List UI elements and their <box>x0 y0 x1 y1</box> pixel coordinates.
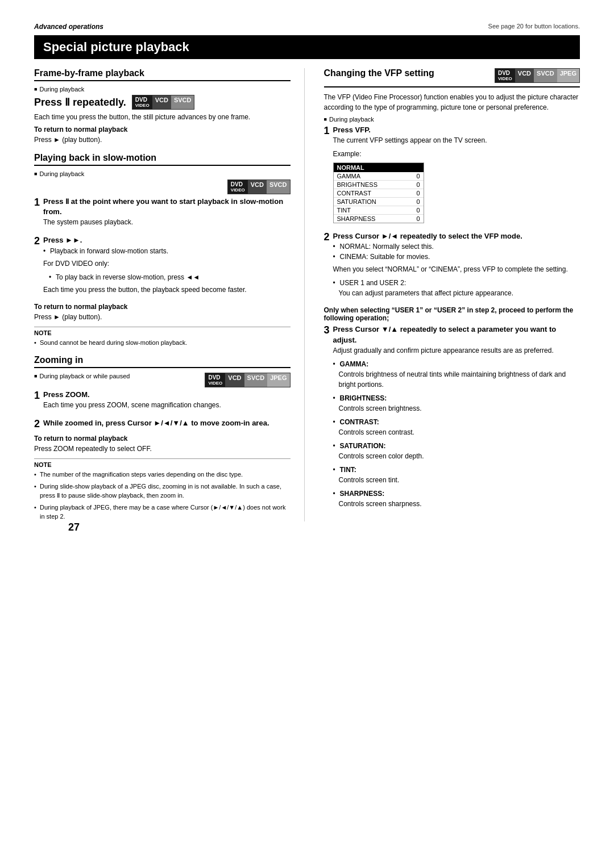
zoom-note-1: The number of the magnification steps va… <box>34 470 291 479</box>
gamma-body: Controls brightness of neutral tints whi… <box>339 369 580 390</box>
vfp-step3-body: Adjust gradually and confirm picture app… <box>333 345 580 356</box>
vfp-table-row: TINT0 <box>334 206 424 215</box>
during-playback-label-2: During playback <box>34 170 291 177</box>
frame-by-frame-title: Frame-by-frame playback <box>34 68 291 81</box>
slow-motion-step2: 2 Press ►►. Playback in forward slow-mot… <box>34 235 291 298</box>
sharpness-label: SHARPNESS: <box>340 490 385 498</box>
vfp-step1-body: The current VFP settings appear on the T… <box>333 135 580 145</box>
zoom-step2-title: While zoomed in, press Cursor ►/◄/▼/▲ to… <box>43 418 290 428</box>
dvd-badge-2: DVDVIDEO <box>228 180 248 194</box>
zooming-section: Zooming in During playback or while paus… <box>34 355 291 521</box>
step2-title: Press ►►. <box>43 235 290 245</box>
dvd-reverse-bullet: To play back in reverse slow-motion, pre… <box>49 272 290 282</box>
zooming-title: Zooming in <box>34 355 291 368</box>
vfp-step3-highlight: Only when selecting “USER 1” or “USER 2”… <box>324 306 580 322</box>
sharpness-item: SHARPNESS: <box>333 489 580 499</box>
brightness-body: Controls screen brightness. <box>339 403 580 414</box>
to-return-text-1: Press ► (play button). <box>34 135 291 145</box>
vfp-section: Changing the VFP setting DVDVIDEO VCD SV… <box>324 68 580 512</box>
step2-content: Press ►►. Playback in forward slow-motio… <box>43 235 290 298</box>
vfp-step3-content: Press Cursor ▼/▲ repeatedly to select a … <box>333 324 580 512</box>
jpeg-badge: JPEG <box>267 373 289 387</box>
contrast-item: CONTRAST: <box>333 417 580 427</box>
vfp-table-row: SHARPNESS0 <box>334 215 424 223</box>
vfp-step2-body: When you select “NORMAL” or “CINEMA”, pr… <box>333 264 580 274</box>
brightness-label: BRIGHTNESS: <box>340 394 387 402</box>
step-num-2: 2 <box>34 235 40 247</box>
slow-motion-step1: 1 Press Ⅱ at the point where you want to… <box>34 197 291 231</box>
vfp-table-header: NORMAL <box>334 163 424 172</box>
saturation-item: SATURATION: <box>333 441 580 451</box>
vfp-vcd-badge: VCD <box>515 69 534 82</box>
to-return-normal-3: To return to normal playback <box>34 435 291 443</box>
sharpness-body: Controls screen sharpness. <box>339 499 580 509</box>
vfp-table-row: BRIGHTNESS0 <box>334 181 424 189</box>
frame-by-frame-section: Frame-by-frame playback During playback … <box>34 68 291 145</box>
vcd-badge-3: VCD <box>225 373 244 387</box>
slow-motion-note: NOTE Sound cannot be heard during slow-m… <box>34 327 291 348</box>
vfp-step1-content: Press VFP. The current VFP settings appe… <box>333 125 580 227</box>
step2-speed-body: Each time you press the button, the play… <box>43 285 290 295</box>
during-playback-label-1: During playback <box>34 86 291 93</box>
vfp-step2-title: Press Cursor ►/◄ repeatedly to select th… <box>333 231 580 241</box>
vfp-step-num-3: 3 <box>324 324 330 336</box>
saturation-label: SATURATION: <box>340 442 386 450</box>
tint-label: TINT: <box>340 466 356 474</box>
vfp-table: NORMAL GAMMA0BRIGHTNESS0CONTRAST0SATURAT… <box>333 162 424 223</box>
zoom-note-2: During slide-show playback of a JPEG dis… <box>34 482 291 500</box>
right-column: Changing the VFP setting DVDVIDEO VCD SV… <box>322 68 580 521</box>
page-location-note: See page 20 for button locations. <box>488 23 580 30</box>
zoom-note: NOTE The number of the magnification ste… <box>34 458 291 521</box>
vfp-title: Changing the VFP setting <box>324 68 434 78</box>
vfp-jpeg-badge: JPEG <box>557 69 579 82</box>
dvd-video-only-label: For DVD VIDEO only: <box>43 258 290 269</box>
during-playback-vfp: During playback <box>324 116 580 123</box>
zoom-step1-content: Press ZOOM. Each time you press ZOOM, sc… <box>43 390 290 414</box>
to-return-normal-2: To return to normal playback <box>34 303 291 311</box>
brightness-item: BRIGHTNESS: <box>333 393 580 403</box>
note-item-1: Sound cannot be heard during slow-motion… <box>34 338 291 348</box>
saturation-body: Controls screen color depth. <box>339 451 580 461</box>
press-ii-label: Press Ⅱ repeatedly. <box>34 96 126 108</box>
step1-content: Press Ⅱ at the point where you want to s… <box>43 197 290 231</box>
vfp-params: GAMMA: Controls brightness of neutral ti… <box>333 359 580 509</box>
vfp-table-rows: GAMMA0BRIGHTNESS0CONTRAST0SATURATION0TIN… <box>334 172 424 223</box>
dvd-badge-3: DVDVIDEO <box>205 373 225 387</box>
vfp-table-row: GAMMA0 <box>334 172 424 181</box>
vfp-step1: 1 Press VFP. The current VFP settings ap… <box>324 125 580 227</box>
gamma-item: GAMMA: <box>333 359 580 369</box>
vfp-step3: 3 Press Cursor ▼/▲ repeatedly to select … <box>324 324 580 512</box>
step1-title: Press Ⅱ at the point where you want to s… <box>43 197 290 217</box>
zoom-step-num-2: 2 <box>34 418 40 430</box>
zoom-step1: 1 Press ZOOM. Each time you press ZOOM, … <box>34 390 291 414</box>
tint-body: Controls screen tint. <box>339 475 580 485</box>
press-ii-row: Press Ⅱ repeatedly. DVDVIDEO VCD SVCD <box>34 95 291 110</box>
vfp-table-row: SATURATION0 <box>334 198 424 206</box>
dvd-badge: DVDVIDEO <box>132 95 152 109</box>
dvd-vcd-svcd-jpeg-badge: DVDVIDEO VCD SVCD JPEG <box>205 373 290 387</box>
zoom-step1-body: Each time you press ZOOM, scene magnific… <box>43 400 290 410</box>
contrast-body: Controls screen contrast. <box>339 427 580 437</box>
vfp-step2: 2 Press Cursor ►/◄ repeatedly to select … <box>324 231 580 302</box>
to-return-text-2: Press ► (play button). <box>34 312 291 322</box>
step1-body: The system pauses playback. <box>43 217 290 227</box>
vfp-badges: DVDVIDEO VCD SVCD JPEG <box>495 68 580 83</box>
tint-item: TINT: <box>333 465 580 475</box>
vfp-table-row: CONTRAST0 <box>334 189 424 198</box>
during-playback-label-3: During playback or while paused <box>34 373 130 379</box>
content-area: Frame-by-frame playback During playback … <box>34 68 580 521</box>
vcd-badge: VCD <box>152 95 171 109</box>
vfp-user-bullet: USER 1 and USER 2: <box>333 278 580 288</box>
zoom-step1-title: Press ZOOM. <box>43 390 290 400</box>
vfp-step-num-1: 1 <box>324 125 330 137</box>
svcd-badge-2: SVCD <box>267 180 290 194</box>
vfp-step-num-2: 2 <box>324 231 330 243</box>
vfp-cinema-bullet: CINEMA: Suitable for movies. <box>333 252 580 262</box>
page-number: 27 <box>68 521 614 533</box>
vfp-step1-title: Press VFP. <box>333 125 580 135</box>
slow-motion-title: Playing back in slow-motion <box>34 153 291 166</box>
slow-motion-section: Playing back in slow-motion During playb… <box>34 153 291 347</box>
gamma-label: GAMMA: <box>340 360 369 368</box>
vcd-badge-2: VCD <box>248 180 267 194</box>
zoom-step2-content: While zoomed in, press Cursor ►/◄/▼/▲ to… <box>43 418 290 428</box>
